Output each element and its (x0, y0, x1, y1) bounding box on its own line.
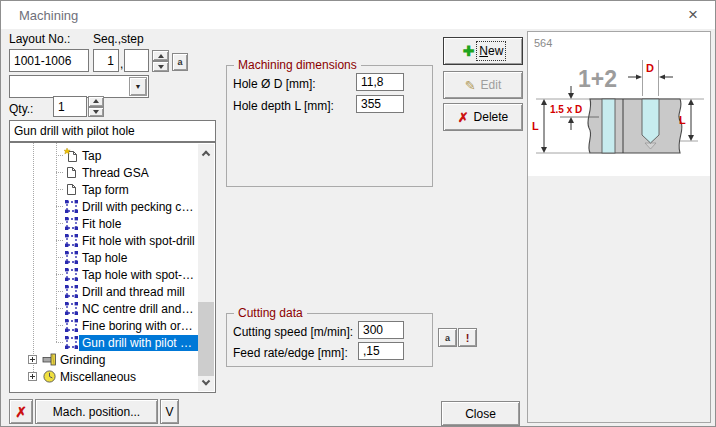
cutting-aux-a-button[interactable]: a (438, 328, 457, 347)
qty-spinner (88, 96, 104, 117)
cutting-aux-warning-button[interactable]: ! (458, 328, 477, 347)
plus-icon: ✚ (463, 44, 475, 58)
red-x-icon: ✗ (15, 405, 27, 419)
close-button[interactable]: Close (441, 401, 520, 426)
tree-item[interactable]: Miscellaneous (10, 368, 198, 385)
tree-item-label: Tap form (79, 182, 198, 198)
close-button-label: Close (465, 407, 496, 421)
cycle-icon (63, 200, 79, 213)
edit-button-label: Edit (481, 78, 502, 92)
tree-item[interactable]: Drill and thread mill (10, 283, 198, 300)
combo-arrow-icon[interactable]: ▼ (129, 77, 147, 96)
parts-label: 1+2 (578, 66, 617, 92)
tree-item[interactable]: Thread GSA (10, 164, 198, 181)
new-button-label: New (479, 44, 503, 58)
scrollbar-thumb[interactable] (198, 302, 214, 376)
tree-item[interactable]: Tap hole with spot-drill (10, 266, 198, 283)
tree-item-label: Gun drill with pilot hole (79, 335, 198, 351)
cycle-icon (63, 234, 79, 247)
preview-number: 564 (534, 37, 552, 49)
tree-item[interactable]: Tap hole (10, 249, 198, 266)
cycle-icon (63, 302, 79, 315)
tree-item-label: Tap hole with spot-drill (79, 267, 198, 283)
scroll-down-icon[interactable] (198, 376, 214, 391)
hole-depth-input[interactable] (356, 95, 404, 113)
tree-item[interactable]: Gun drill with pilot hole (10, 334, 198, 351)
tree-item-label: Tap (79, 148, 198, 164)
new-button[interactable]: ✚ New (443, 37, 523, 65)
pencil-icon: ✎ (465, 79, 476, 92)
tree-rows: TapThread GSATap formDrill with pecking … (10, 147, 198, 385)
seq-comma: , (120, 57, 123, 71)
cycle-icon (63, 268, 79, 281)
page-icon (63, 182, 79, 197)
layout-combobox[interactable]: ▼ (9, 75, 149, 98)
cutting-speed-input[interactable] (358, 321, 404, 339)
tree-item[interactable]: Tap (10, 147, 198, 164)
tree-item-label: NC centre drill and drill (79, 301, 198, 317)
technical-drawing: 1+2 D 1.5 x D L L (528, 32, 710, 176)
delete-position-button[interactable]: ✗ (9, 399, 33, 424)
tree-item[interactable]: Fit hole (10, 215, 198, 232)
tree-item[interactable]: Fine boring with orient... (10, 317, 198, 334)
title-bar: Machining (1, 1, 715, 29)
tree-item[interactable]: Drill with pecking cycle (10, 198, 198, 215)
seq-spin-up-icon[interactable] (152, 50, 169, 61)
qty-spin-down-icon[interactable] (88, 107, 104, 118)
mach-position-button[interactable]: Mach. position... (35, 399, 158, 424)
mach-position-label: Mach. position... (53, 405, 140, 419)
tree-item[interactable]: Grinding (10, 351, 198, 368)
expand-plus-icon[interactable] (28, 355, 41, 364)
v-button[interactable]: V (160, 399, 179, 424)
cycle-icon (63, 217, 79, 230)
machining-dimensions-group: Machining dimensions Hole Ø D [mm]: Hole… (226, 65, 433, 187)
tree-item[interactable]: Fit hole with spot-drill (10, 232, 198, 249)
dialog-title: Machining (19, 8, 78, 23)
depth-left-label: L (532, 120, 539, 132)
tree-item-label: Fine boring with orient... (79, 318, 198, 334)
tree-item-label: Grinding (57, 352, 198, 368)
edit-button[interactable]: ✎ Edit (443, 71, 523, 99)
tree-item-label: Thread GSA (79, 165, 198, 181)
close-icon[interactable]: × (671, 1, 715, 29)
feed-rate-input[interactable] (358, 342, 404, 360)
cycle-icon (63, 285, 79, 298)
tree-item-label: Fit hole (79, 216, 198, 232)
tree-item[interactable]: NC centre drill and drill (10, 300, 198, 317)
tree-item-label: Drill and thread mill (79, 284, 198, 300)
preview-image: 1+2 D 1.5 x D L L 564 (528, 32, 710, 176)
grinding-icon (41, 353, 57, 366)
delete-x-icon: ✗ (458, 111, 469, 124)
pilot-depth-label: 1.5 x D (550, 104, 582, 115)
cycle-icon (63, 251, 79, 264)
preview-panel: 1+2 D 1.5 x D L L 564 (527, 31, 711, 423)
depth-right-label: L (679, 114, 686, 126)
scroll-up-icon[interactable] (198, 144, 214, 159)
hole-depth-label: Hole depth L [mm]: (233, 99, 334, 113)
v-button-label: V (166, 405, 174, 419)
qty-spin-up-icon[interactable] (88, 96, 104, 107)
seq-spinner (152, 50, 169, 72)
tree-item-label: Drill with pecking cycle (79, 199, 198, 215)
hole-diameter-input[interactable] (356, 73, 404, 91)
tree-item-label: Fit hole with spot-drill (79, 233, 198, 249)
tree-item[interactable]: Tap form (10, 181, 198, 198)
seq-aux-button[interactable]: a (172, 53, 188, 71)
misc-icon (41, 370, 57, 383)
qty-label: Qty.: (9, 102, 33, 116)
tree-item-label: Miscellaneous (57, 369, 198, 385)
seq-spin-down-icon[interactable] (152, 61, 169, 72)
cycle-icon (63, 336, 79, 349)
delete-button[interactable]: ✗ Delete (443, 103, 523, 131)
seq-input[interactable] (93, 49, 119, 72)
machining-dialog: Machining × Layout No.: Seq.,step , a ▼ … (0, 0, 716, 427)
qty-input[interactable] (53, 96, 87, 117)
cutting-data-title: Cutting data (234, 306, 307, 320)
operation-name-input[interactable] (9, 120, 216, 142)
step-input[interactable] (124, 49, 149, 72)
layout-no-input[interactable] (9, 49, 89, 72)
expand-plus-icon[interactable] (28, 372, 41, 381)
tree-scrollbar[interactable] (198, 144, 214, 391)
seq-step-label: Seq.,step (93, 32, 144, 46)
machining-tree[interactable]: TapThread GSATap formDrill with pecking … (9, 142, 216, 393)
